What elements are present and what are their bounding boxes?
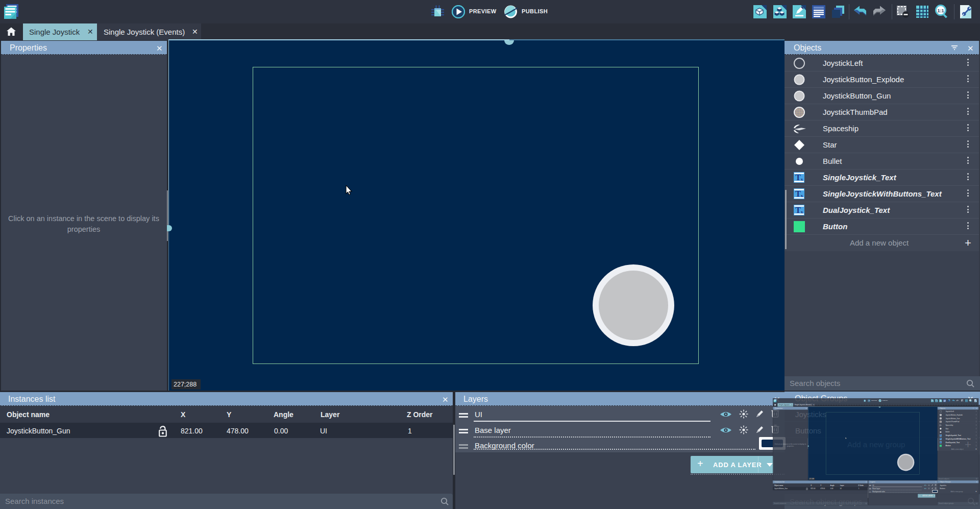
svg-text:1:1: 1:1 [937,8,944,13]
svg-text:T: T [795,206,801,214]
svg-text:x: x [801,209,803,214]
svg-text:x: x [941,439,941,440]
svg-text:T: T [795,173,801,182]
svg-text:x: x [801,177,803,182]
svg-text:1:1: 1:1 [970,400,971,401]
svg-text:x: x [941,442,941,443]
svg-text:x: x [801,193,803,198]
svg-text:T: T [795,189,801,198]
svg-text:x: x [941,435,941,436]
